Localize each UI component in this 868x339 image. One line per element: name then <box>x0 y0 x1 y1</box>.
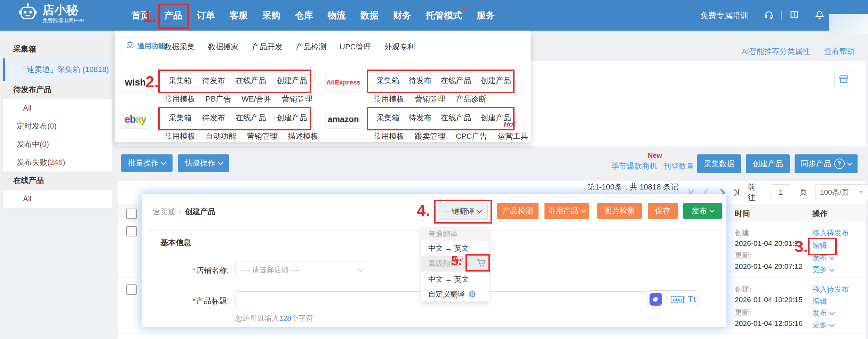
nav-logistics[interactable]: 物流 <box>328 9 346 22</box>
move-to-pending-link[interactable]: 移入待发布 <box>812 284 849 294</box>
listing-count-link[interactable]: 刊登数量 <box>663 161 694 171</box>
bell-icon[interactable] <box>815 10 825 21</box>
edit-link[interactable]: 编辑 <box>812 241 827 250</box>
nav-service[interactable]: 客服 <box>230 9 248 22</box>
sidebar-item-publishing[interactable]: 发布中(0) <box>3 135 112 153</box>
cart-icon[interactable] <box>476 258 486 269</box>
nav-hosting[interactable]: 托管模式 <box>426 9 462 22</box>
select-all-checkbox[interactable] <box>126 209 137 219</box>
amazon-template-link[interactable]: 常用模板 <box>374 131 404 142</box>
row-checkbox[interactable] <box>126 226 137 236</box>
text-case-icon[interactable]: Tt <box>688 294 696 304</box>
breadcrumb-platform[interactable]: 速卖通 <box>152 207 175 217</box>
ebay-desc-template-link[interactable]: 描述模板 <box>288 131 318 142</box>
ebay-create-link[interactable]: 创建产品 <box>277 113 307 123</box>
ebay-pending-link[interactable]: 待发布 <box>202 113 225 123</box>
nav-data[interactable]: 数据 <box>360 9 379 22</box>
general-functions-badge: 通用功能 <box>121 38 170 54</box>
amazon-online-link[interactable]: 在线产品 <box>441 113 471 123</box>
edit-link[interactable]: 编辑 <box>812 296 827 306</box>
wish-collect-box-link[interactable]: 采集箱 <box>169 75 192 86</box>
quick-actions-button[interactable]: 快捷操作 <box>178 154 229 172</box>
sidebar-item-online-all[interactable]: All <box>3 190 112 208</box>
more-link[interactable]: 更多 <box>812 265 834 274</box>
move-to-pending-link[interactable]: 移入待发布 <box>812 228 849 238</box>
menu-item-product-detect[interactable]: 产品检测 <box>296 42 326 52</box>
spellcheck-icon[interactable]: abc <box>671 296 684 303</box>
ai-recommend-link[interactable]: AI智能推荐分类属性 <box>742 46 810 57</box>
aliexpress-template-link[interactable]: 常用模板 <box>374 94 404 104</box>
aliexpress-pending-link[interactable]: 待发布 <box>408 75 431 86</box>
sidebar-item-aliexpress-collect-box[interactable]: 「速卖通」采集箱 (10818) <box>3 58 112 81</box>
collect-data-button[interactable]: 采集数据 <box>697 154 741 173</box>
wish-marketing-link[interactable]: 营销管理 <box>282 94 312 104</box>
wish-online-link[interactable]: 在线产品 <box>236 75 266 86</box>
quote-product-button[interactable]: 引用产品 <box>544 203 589 219</box>
page-size-select[interactable]: 100条/页 <box>815 184 868 200</box>
product-detect-button[interactable]: 产品检测 <box>497 203 539 219</box>
nav-product[interactable]: 产品 <box>164 9 182 22</box>
headset-icon[interactable] <box>764 10 774 21</box>
save-button[interactable]: 保存 <box>648 203 678 219</box>
aliexpress-diagnosis-link[interactable]: 产品诊断 <box>456 94 486 104</box>
sidebar-item-pending-all[interactable]: All <box>3 99 112 117</box>
publish-link[interactable]: 发布 <box>812 308 834 318</box>
nav-orders[interactable]: 订单 <box>197 9 215 22</box>
advanced-zh-en-option[interactable]: 中文 → 英文 <box>421 272 489 286</box>
menu-item-data-move[interactable]: 数据搬家 <box>208 42 239 52</box>
wish-create-link[interactable]: 创建产品 <box>277 75 307 86</box>
page-number-input[interactable]: 1 <box>771 184 791 200</box>
menu-item-product-dev[interactable]: 产品开发 <box>252 42 282 52</box>
ai-whale-icon[interactable] <box>650 293 662 306</box>
ebay-template-link[interactable]: 常用模板 <box>165 131 195 142</box>
one-click-translate-button[interactable]: 一键翻译 <box>438 203 488 220</box>
wish-pending-link[interactable]: 待发布 <box>202 75 225 86</box>
menu-item-upc[interactable]: UPC管理 <box>340 42 371 52</box>
ebay-auto-link[interactable]: 自动功能 <box>206 131 236 142</box>
batch-actions-button[interactable]: 批量操作 <box>121 154 173 172</box>
more-link[interactable]: 更多 <box>812 320 834 330</box>
nav-warehouse[interactable]: 仓库 <box>295 9 313 22</box>
aliexpress-collect-box-link[interactable]: 采集箱 <box>376 75 399 86</box>
amazon-cpc-link[interactable]: CPC广告 <box>456 131 487 142</box>
shop-select[interactable]: ---- 请选择店铺 ---- <box>235 261 368 278</box>
amazon-ops-tools-link[interactable]: 运营工具 <box>497 131 528 142</box>
nav-services[interactable]: 服务 <box>477 9 495 22</box>
aliexpress-create-link[interactable]: 创建产品 <box>480 75 511 86</box>
menu-item-data-collect[interactable]: 数据采集 <box>164 42 195 52</box>
sync-product-button[interactable]: 同步产品 ? <box>795 154 858 173</box>
ebay-collect-box-link[interactable]: 采集箱 <box>169 113 192 123</box>
nav-purchase[interactable]: 采购 <box>262 9 280 22</box>
amazon-pending-link[interactable]: 待发布 <box>408 113 431 123</box>
menu-item-patent[interactable]: 外观专利 <box>384 42 415 52</box>
free-training-link[interactable]: 免费专属培训 <box>700 10 748 21</box>
app-logo[interactable]: 店小秘 免费跨境电商ERP <box>18 3 85 24</box>
aliexpress-online-link[interactable]: 在线产品 <box>441 75 471 86</box>
user-avatar-area[interactable] <box>829 14 868 34</box>
nav-finance[interactable]: 财务 <box>393 9 411 22</box>
aliexpress-marketing-link[interactable]: 营销管理 <box>415 94 445 104</box>
next-section-strip <box>118 333 866 339</box>
nav-home[interactable]: 首页 <box>132 9 150 22</box>
publish-link[interactable]: 发布 <box>812 253 834 263</box>
create-product-button[interactable]: 创建产品 <box>746 154 790 173</box>
image-detect-button[interactable]: 图片检测 <box>597 203 642 219</box>
amazon-follow-link[interactable]: 跟卖管理 <box>415 131 445 142</box>
publish-button[interactable]: 发布 <box>683 203 722 219</box>
shop-view-button[interactable] <box>834 71 853 89</box>
sidebar-item-failed[interactable]: 发布失败(246) <box>3 153 112 171</box>
row-checkbox[interactable] <box>126 284 137 295</box>
custom-translate-option[interactable]: 自定义翻译 ⚙ <box>421 286 489 301</box>
wish-we-merge-link[interactable]: WE/合并 <box>241 94 271 104</box>
wish-template-link[interactable]: 常用模板 <box>165 94 195 104</box>
last-page-icon[interactable] <box>732 189 739 195</box>
book-icon[interactable] <box>789 10 799 21</box>
translate-zh-en-option[interactable]: 中文 → 英文 <box>421 241 489 256</box>
sidebar-item-scheduled[interactable]: 定时发布(0) <box>3 117 112 135</box>
wish-pb-ads-link[interactable]: PB广告 <box>206 94 231 104</box>
ebay-online-link[interactable]: 在线产品 <box>236 113 266 123</box>
help-link[interactable]: 查看帮助 <box>824 46 855 57</box>
ebay-marketing-link[interactable]: 营销管理 <box>247 131 277 142</box>
amazon-collect-box-link[interactable]: 采集箱 <box>376 113 399 123</box>
season-hot-link[interactable]: 季节爆款商机 <box>611 161 657 171</box>
